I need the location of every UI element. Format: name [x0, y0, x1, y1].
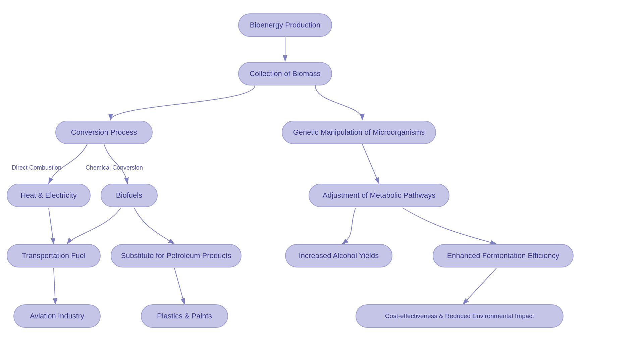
node-biofuels: Biofuels — [101, 184, 158, 207]
svg-line-5 — [174, 268, 184, 304]
label-direct-combustion: Direct Combustion — [12, 164, 61, 171]
svg-line-2 — [362, 144, 379, 184]
svg-line-4 — [54, 268, 55, 304]
svg-line-6 — [463, 268, 496, 304]
node-genetic: Genetic Manipulation of Microorganisms — [282, 121, 436, 144]
node-bioenergy: Bioenergy Production — [238, 13, 332, 37]
node-metabolic: Adjustment of Metabolic Pathways — [309, 184, 449, 207]
node-transport: Transportation Fuel — [7, 244, 101, 267]
svg-line-3 — [49, 208, 54, 244]
node-heat: Heat & Electricity — [7, 184, 91, 207]
node-petroleum: Substitute for Petroleum Products — [111, 244, 241, 267]
label-chemical-conversion: Chemical Conversion — [86, 164, 143, 171]
node-alcohol: Increased Alcohol Yields — [285, 244, 392, 267]
node-fermentation: Enhanced Fermentation Efficiency — [433, 244, 574, 267]
diagram: Direct Combustion Chemical Conversion Bi… — [0, 0, 644, 362]
node-cost: Cost-effectiveness & Reduced Environment… — [356, 304, 564, 328]
node-plastics: Plastics & Paints — [141, 304, 228, 328]
node-conversion: Conversion Process — [55, 121, 153, 144]
node-biomass: Collection of Biomass — [238, 62, 332, 85]
node-aviation: Aviation Industry — [13, 304, 101, 328]
